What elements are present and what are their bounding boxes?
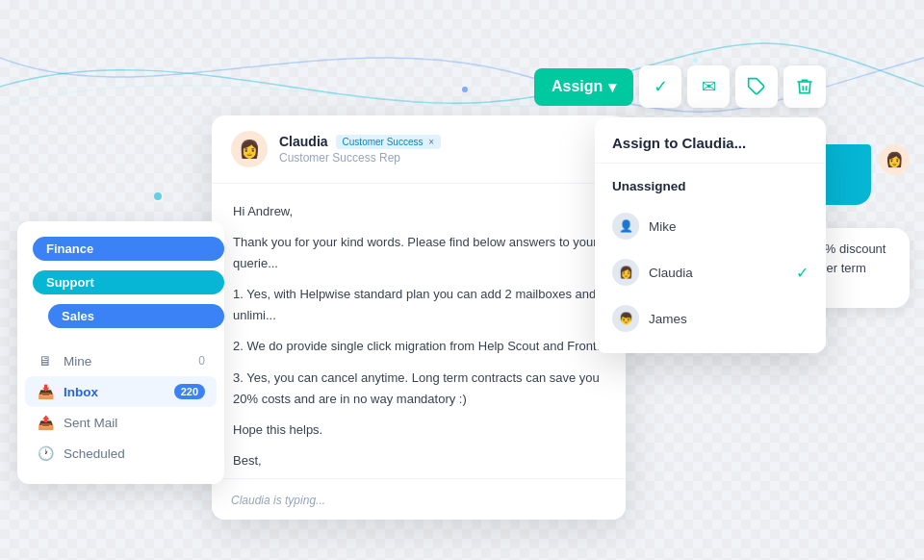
assign-option-claudia[interactable]: 👩 Claudia ✓: [595, 249, 826, 295]
sidebar-item-scheduled[interactable]: 🕐 Scheduled: [25, 438, 217, 469]
email-greeting: Hi Andrew,: [233, 201, 604, 222]
sidebar-item-scheduled-label: Scheduled: [64, 446, 125, 461]
sidebar-tag-finance[interactable]: Finance: [33, 237, 224, 261]
sender-role: Customer Success Rep: [279, 151, 606, 165]
claudia-avatar: 👩: [612, 259, 639, 286]
trash-button[interactable]: [783, 65, 826, 108]
mine-icon: 🖥: [37, 353, 54, 369]
check-button[interactable]: ✓: [639, 65, 681, 108]
email-sender: Claudia Customer Success ×: [279, 134, 606, 149]
unassigned-label: Unassigned: [612, 179, 686, 193]
toolbar: Assign ▾ ✓ ✉: [534, 65, 826, 108]
tag-svg-icon: [747, 77, 766, 96]
sidebar-item-mine[interactable]: 🖥 Mine 0: [25, 345, 217, 376]
scheduled-icon: 🕐: [37, 445, 54, 461]
email-hope: Hope this helps.: [233, 420, 604, 441]
sidebar-tag-support[interactable]: Support: [33, 270, 224, 294]
inbox-count: 220: [174, 384, 205, 399]
email-line-1: Thank you for your kind words. Please fi…: [233, 232, 604, 274]
email-line-3: 2. We do provide single click migration …: [233, 336, 604, 357]
mike-avatar: 👤: [612, 213, 639, 240]
assign-option-mike[interactable]: 👤 Mike: [595, 203, 826, 249]
right-chat-avatar: 👩: [879, 144, 910, 175]
sidebar-item-sent-label: Sent Mail: [64, 416, 117, 430]
email-line-4: 3. Yes, you can cancel anytime. Long ter…: [233, 368, 604, 410]
mine-count: 0: [198, 354, 205, 368]
email-footer: Claudia is typing...: [212, 478, 626, 520]
email-best: Best,: [233, 450, 604, 471]
sender-name: Claudia: [279, 134, 328, 149]
tag-button[interactable]: [735, 65, 778, 108]
sidebar-item-mine-label: Mine: [64, 354, 91, 369]
email-panel: 👩 Claudia Customer Success × Customer Su…: [212, 115, 626, 520]
sidebar-item-sent[interactable]: 📤 Sent Mail: [25, 407, 217, 438]
deco-dot-2: [462, 87, 468, 92]
email-header: 👩 Claudia Customer Success × Customer Su…: [212, 115, 626, 184]
assign-option-unassigned[interactable]: Unassigned: [595, 169, 826, 203]
assign-dropdown: Assign to Claudia... Unassigned 👤 Mike 👩…: [595, 117, 826, 353]
sidebar-tag-sales[interactable]: Sales: [48, 304, 224, 328]
sidebar-panel: Finance Support Sales 🖥 Mine 0 📥 Inbox 2…: [17, 221, 224, 484]
mail-icon: ✉: [702, 76, 716, 97]
assign-button[interactable]: Assign ▾: [534, 68, 633, 106]
sender-tag-text: Customer Success: [343, 137, 424, 147]
sent-icon: 📤: [37, 415, 54, 430]
assign-label: Assign: [552, 78, 603, 95]
deco-dot-1: [154, 192, 162, 200]
sidebar-menu: 🖥 Mine 0 📥 Inbox 220 📤 Sent Mail 🕐 Sched…: [17, 345, 224, 469]
deco-dot-3: [693, 58, 698, 63]
mike-label: Mike: [649, 219, 677, 234]
sidebar-item-inbox-label: Inbox: [64, 385, 98, 399]
typing-indicator: Claudia is typing...: [231, 494, 325, 507]
inbox-icon: 📥: [37, 384, 54, 399]
trash-svg-icon: [795, 77, 814, 96]
mail-button[interactable]: ✉: [687, 65, 730, 108]
check-icon: ✓: [654, 76, 668, 97]
email-body: Hi Andrew, Thank you for your kind words…: [212, 184, 626, 520]
assign-dropdown-title: Assign to Claudia...: [595, 129, 826, 164]
email-line-2: 1. Yes, with Helpwise standard plan you …: [233, 284, 604, 326]
sender-avatar: 👩: [231, 131, 268, 167]
james-label: James: [649, 312, 687, 326]
claudia-selected-icon: ✓: [796, 264, 808, 282]
claudia-label: Claudia: [649, 266, 693, 280]
tag-remove-icon[interactable]: ×: [428, 137, 434, 147]
sidebar-item-inbox[interactable]: 📥 Inbox 220: [25, 376, 217, 407]
email-header-info: Claudia Customer Success × Customer Succ…: [279, 134, 606, 165]
sender-tag: Customer Success ×: [336, 135, 442, 149]
assign-chevron-icon: ▾: [608, 78, 616, 96]
james-avatar: 👦: [612, 305, 639, 332]
assign-option-james[interactable]: 👦 James: [595, 295, 826, 342]
